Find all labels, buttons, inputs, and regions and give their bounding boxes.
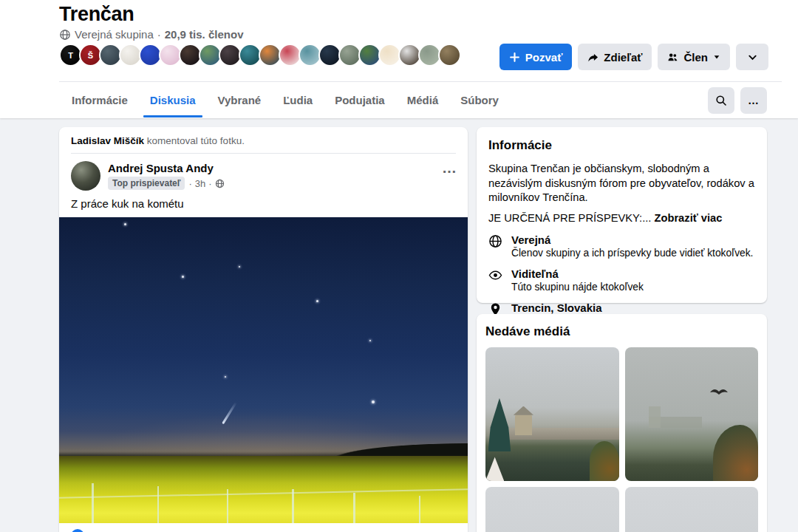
group-tabs: InformácieDiskusiaVybranéĽudiaPodujatiaM…	[61, 83, 510, 117]
members-icon	[667, 52, 678, 63]
globe-icon	[215, 179, 225, 188]
member-avatar[interactable]	[438, 44, 461, 66]
group-privacy-label[interactable]: Verejná skupina	[75, 28, 154, 41]
about-attribute-rows: VerejnáČlenov skupiny a ich príspevky bu…	[488, 233, 755, 316]
header-actions: Pozvať Zdieľať Člen	[499, 44, 768, 70]
tab-vybrane[interactable]: Vybrané	[207, 83, 273, 117]
about-row-description: Členov skupiny a ich príspevky bude vidi…	[511, 248, 753, 259]
about-row-viditelna: ViditeľnáTúto skupinu nájde ktokoľvek	[488, 267, 755, 293]
bird-icon	[709, 387, 729, 396]
media-grid	[485, 347, 758, 532]
caret-down-icon	[713, 53, 720, 61]
member-button-label: Člen	[683, 51, 708, 64]
ellipsis-icon: …	[748, 98, 760, 103]
tab-informacie[interactable]: Informácie	[61, 83, 139, 117]
post-context-actor[interactable]: Ladislav Miščík	[71, 135, 144, 146]
recent-media-title: Nedáve médiá	[485, 324, 758, 339]
group-members-count[interactable]: 20,9 tis. členov	[165, 28, 244, 41]
chevron-down-icon	[748, 52, 757, 62]
share-icon	[587, 52, 598, 63]
tabs-more-button[interactable]: …	[740, 87, 767, 114]
about-row-verejna: VerejnáČlenov skupiny a ich príspevky bu…	[488, 233, 755, 259]
about-row-title: Viditeľná	[511, 267, 644, 280]
about-teaser: JE URČENÁ PRE PRÍSPEVKY:... Zobraziť via…	[488, 212, 755, 224]
time-separator: ·	[208, 178, 211, 189]
post-photo-night-comet[interactable]	[59, 217, 468, 523]
about-card: Informácie Skupina Trenčan je občianskym…	[477, 127, 767, 303]
post-context[interactable]: Ladislav Miščík komentoval túto fotku.	[59, 127, 468, 153]
group-title: Trenčan	[59, 3, 134, 26]
search-icon	[715, 95, 727, 106]
share-button[interactable]: Zdieľať	[578, 44, 652, 70]
about-row-title: Verejná	[511, 233, 753, 246]
tab-diskusia[interactable]: Diskusia	[139, 83, 207, 117]
tab-ludia[interactable]: Ľudia	[272, 83, 324, 117]
post-context-action: komentoval túto fotku.	[144, 135, 245, 146]
about-row-title: Trencin, Slovakia	[511, 301, 602, 314]
search-button[interactable]	[708, 87, 734, 114]
subtitle-separator: ·	[157, 28, 161, 41]
member-status-button[interactable]: Člen	[658, 44, 730, 70]
more-options-button[interactable]	[736, 44, 768, 70]
facebook-group-page: Trenčan Verejná skupina · 20,9 tis. člen…	[0, 0, 798, 532]
group-subtitle: Verejná skupina · 20,9 tis. členov	[59, 28, 243, 41]
recent-media-card: Nedáve médiá	[477, 314, 767, 532]
reactions-summary[interactable]: 3	[71, 529, 95, 532]
plus-icon	[509, 52, 520, 63]
reaction-count: 3	[89, 530, 95, 532]
post-author-name[interactable]: Andrej Spusta Andy	[108, 162, 225, 174]
see-more-link[interactable]: Zobraziť viac	[654, 212, 722, 224]
share-button-label: Zdieľať	[604, 51, 642, 64]
like-thumb-icon	[71, 529, 84, 532]
tab-subory[interactable]: Súbory	[449, 83, 510, 117]
fog-photo[interactable]	[625, 487, 759, 532]
about-title: Informácie	[488, 138, 755, 153]
fog-hill-bird-photo[interactable]	[625, 347, 759, 481]
castle-fog-photo[interactable]	[485, 347, 619, 481]
post-menu-button[interactable]: …	[442, 164, 457, 171]
post-author-avatar[interactable]	[71, 161, 100, 191]
globe-icon	[488, 234, 502, 248]
fog-photo[interactable]	[485, 487, 619, 532]
invite-button[interactable]: Pozvať	[499, 44, 573, 70]
time-separator: ·	[188, 178, 191, 189]
invite-button-label: Pozvať	[525, 51, 563, 64]
post-footer: 3 1 komentár	[59, 523, 468, 532]
post-time[interactable]: 3h	[195, 178, 205, 189]
ellipsis-icon: …	[442, 160, 457, 176]
post-header: Andrej Spusta Andy Top prispievateľ · 3h…	[59, 154, 468, 194]
group-header: Trenčan Verejná skupina · 20,9 tis. člen…	[0, 0, 798, 118]
eye-icon	[488, 268, 502, 282]
post-timestamp[interactable]: · 3h ·	[188, 178, 224, 189]
comment-count[interactable]: 1 komentár	[400, 530, 456, 532]
top-contributor-badge: Top prispievateľ	[108, 177, 185, 190]
tab-podujatia[interactable]: Podujatia	[324, 83, 396, 117]
tab-media[interactable]: Médiá	[396, 83, 450, 117]
about-teaser-text: JE URČENÁ PRE PRÍSPEVKY:...	[488, 212, 651, 224]
globe-icon	[59, 29, 71, 41]
about-row-description: Túto skupinu nájde ktokoľvek	[511, 282, 644, 293]
header-divider	[59, 81, 782, 82]
member-avatar-row: TŠ	[59, 44, 458, 66]
post-card: Ladislav Miščík komentoval túto fotku. A…	[59, 127, 468, 532]
tabs-actions: …	[708, 87, 767, 114]
post-text: Z práce kuk na kométu	[59, 194, 468, 217]
about-description: Skupina Trenčan je občianskym, slobodným…	[488, 162, 755, 205]
